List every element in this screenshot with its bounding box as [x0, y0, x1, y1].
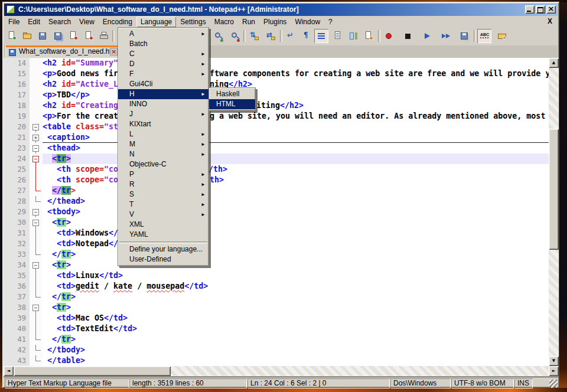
language-menu-item-kixtart[interactable]: KIXtart — [118, 119, 208, 129]
tab-close-icon[interactable]: × — [110, 48, 118, 55]
language-menu-item-xml[interactable]: XML — [118, 220, 208, 230]
language-menu-item-define-your-language-[interactable]: Define your language... — [118, 244, 208, 254]
scroll-down-arrow[interactable]: ▼ — [549, 356, 559, 366]
language-menu-item-v[interactable]: V► — [118, 210, 208, 220]
line-number: 14 — [4, 58, 30, 68]
macro-stop-button[interactable] — [400, 29, 415, 43]
language-menu-item-n[interactable]: N► — [118, 149, 208, 159]
macro-record-button[interactable] — [382, 29, 396, 43]
language-menu-item-yaml[interactable]: YAML — [118, 230, 208, 240]
horizontal-scrollbar[interactable]: ◄ ► — [4, 366, 559, 376]
menubar-item-edit[interactable]: Edit — [24, 17, 44, 27]
open-folder-button[interactable] — [20, 29, 34, 43]
word-wrap-button[interactable] — [284, 29, 298, 43]
menubar-item-language[interactable]: Language — [136, 17, 176, 27]
fold-collapse-icon[interactable] — [32, 145, 39, 152]
fold-collapse-icon[interactable] — [32, 305, 39, 311]
scroll-up-arrow[interactable]: ▲ — [549, 58, 559, 68]
menu-item-label: Define your language... — [129, 245, 203, 253]
language-menu-item-s[interactable]: S► — [118, 190, 208, 200]
spell-check-settings-button[interactable] — [495, 29, 509, 43]
language-menu-item-gui4cli[interactable]: Gui4Cli — [118, 79, 208, 89]
language-menu-item-h[interactable]: H► — [118, 89, 208, 99]
sync-vertical-button[interactable] — [247, 29, 261, 43]
macro-run-multiple-button[interactable] — [438, 29, 452, 43]
status-bar: Hyper Text Markup Language file length :… — [4, 378, 558, 388]
editor-surface[interactable]: 14<h2 id="Summary"15<p>Good news firftwa… — [4, 58, 549, 366]
language-menu-item-r[interactable]: R► — [118, 179, 208, 190]
submenu-item-html[interactable]: HTML — [209, 99, 255, 109]
sync-horizontal-button[interactable] — [263, 29, 278, 43]
save-button[interactable] — [35, 29, 50, 43]
fold-collapse-icon[interactable] — [32, 209, 39, 215]
zoom-out-button[interactable] — [228, 29, 242, 43]
menubar-item-view[interactable]: View — [75, 17, 99, 27]
tab-what-software-do-i-need[interactable]: What_software_do_I_need.html × — [5, 45, 120, 58]
line-number: 27 — [4, 185, 30, 196]
menu-item-label: Objective-C — [129, 160, 167, 168]
code-segment: <td> — [57, 282, 76, 290]
language-menu-item-f[interactable]: F► — [118, 69, 208, 79]
submenu-item-haskell[interactable]: Haskell — [209, 89, 255, 99]
fold-collapse-icon[interactable] — [32, 262, 39, 269]
close-button[interactable] — [546, 5, 556, 14]
menubar-item-file[interactable]: File — [4, 17, 24, 27]
language-menu-item-a[interactable]: A► — [118, 29, 208, 39]
resize-grip[interactable] — [549, 380, 558, 388]
code-segment: For the creat — [57, 112, 118, 120]
menubar-item-encoding[interactable]: Encoding — [99, 17, 136, 27]
menubar-item-help[interactable]: ? — [324, 17, 337, 27]
menubar-item-window[interactable]: Window — [291, 17, 324, 27]
editor-line-33: 33</tr> — [4, 249, 549, 260]
maximize-button[interactable] — [536, 5, 545, 14]
menubar-item-run[interactable]: Run — [238, 17, 259, 27]
language-menu-item-l[interactable]: L► — [118, 129, 208, 139]
fold-collapse-icon[interactable] — [32, 124, 39, 130]
language-menu-item-user-defined[interactable]: User-Defined — [118, 254, 208, 264]
print-button[interactable] — [97, 29, 111, 43]
function-list-button[interactable] — [331, 29, 345, 43]
show-all-characters-button[interactable] — [314, 29, 328, 43]
menubar-item-settings[interactable]: Settings — [176, 17, 210, 27]
menubar-close-document[interactable]: X — [548, 17, 552, 25]
language-menu-item-m[interactable]: M► — [118, 139, 208, 149]
code-segment: <h2 — [43, 101, 61, 110]
language-menu-item-c[interactable]: C► — [118, 49, 208, 59]
close-all-button[interactable] — [82, 29, 96, 43]
macro-play-button[interactable] — [419, 29, 434, 43]
language-menu-item-inno[interactable]: INNO — [118, 99, 208, 109]
monitor-doc-button[interactable] — [361, 29, 376, 43]
new-file-button[interactable] — [5, 29, 19, 43]
language-menu-item-p[interactable]: P► — [118, 169, 208, 179]
macro-run-multiple-icon — [441, 31, 450, 41]
code-segment: tr — [57, 154, 66, 163]
close-button[interactable] — [66, 29, 80, 43]
zoom-in-button[interactable] — [211, 29, 226, 43]
menubar-item-plugins[interactable]: Plugins — [259, 17, 291, 27]
title-bar[interactable]: C:\Users\user\Desktop\What_software_do_I… — [4, 4, 558, 16]
vertical-scrollbar[interactable]: ▲ ▼ — [549, 58, 559, 366]
document-map-button[interactable] — [346, 29, 360, 43]
tab-label: What_software_do_I_need.html — [19, 47, 119, 55]
language-menu-item-d[interactable]: D► — [118, 59, 208, 69]
spell-check-button[interactable] — [477, 29, 491, 43]
fold-collapse-icon[interactable] — [32, 156, 39, 162]
menu-item-label: KIXtart — [129, 120, 151, 128]
code-segment: tr — [57, 218, 66, 227]
horizontal-scroll-thumb[interactable] — [14, 366, 171, 376]
language-menu-item-batch[interactable]: Batch — [118, 39, 208, 49]
vertical-scroll-thumb[interactable] — [549, 129, 559, 250]
menubar-item-search[interactable]: Search — [44, 17, 75, 27]
menubar-item-macro[interactable]: Macro — [210, 17, 238, 27]
language-menu-item-t[interactable]: T► — [118, 200, 208, 210]
show-paragraph-button[interactable] — [299, 29, 313, 43]
scroll-left-arrow[interactable]: ◄ — [4, 366, 14, 376]
fold-expand-icon[interactable] — [32, 135, 39, 141]
save-all-button[interactable] — [51, 29, 65, 43]
scroll-right-arrow[interactable]: ► — [549, 366, 559, 376]
fold-collapse-icon[interactable] — [32, 220, 39, 226]
macro-save-button[interactable] — [457, 29, 471, 43]
language-menu-item-j[interactable]: J► — [118, 109, 208, 119]
minimize-button[interactable] — [525, 5, 535, 14]
language-menu-item-objective-c[interactable]: Objective-C — [118, 159, 208, 169]
